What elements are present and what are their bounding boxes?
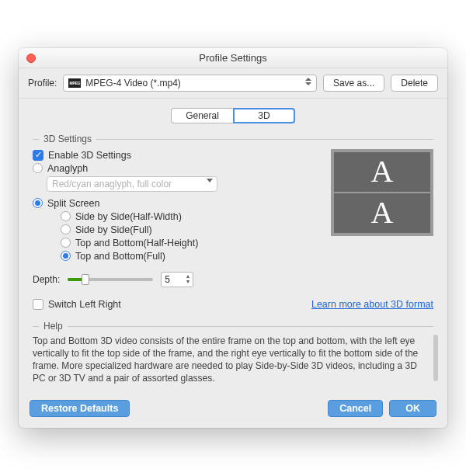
- split-screen-radio[interactable]: Split Screen: [33, 198, 317, 209]
- profile-value: MPEG-4 Video (*.mp4): [85, 78, 181, 89]
- mode-tab-full-label: Top and Bottom(Full): [75, 251, 165, 262]
- enable-3d-label: Enable 3D Settings: [48, 150, 131, 161]
- mpeg-file-icon: MPEG: [68, 78, 81, 88]
- chevron-down-icon: [207, 179, 213, 182]
- toolbar: Profile: MPEG MPEG-4 Video (*.mp4) Save …: [19, 68, 447, 99]
- close-icon[interactable]: [26, 54, 36, 63]
- radio-icon: [33, 198, 43, 208]
- anaglyph-mode-value: Red/cyan anaglyph, full color: [52, 179, 172, 189]
- window-controls: [26, 54, 65, 63]
- mode-sbs-half-radio[interactable]: Side by Side(Half-Width): [61, 211, 317, 222]
- switch-left-right-checkbox[interactable]: Switch Left Right: [33, 299, 121, 310]
- mode-tab-half-radio[interactable]: Top and Bottom(Half-Height): [61, 238, 317, 248]
- depth-label: Depth:: [33, 274, 60, 285]
- anaglyph-mode-select: Red/cyan anaglyph, full color: [47, 176, 217, 192]
- profile-select[interactable]: MPEG MPEG-4 Video (*.mp4): [63, 75, 317, 92]
- mode-sbs-full-label: Side by Side(Full): [75, 224, 152, 235]
- 3d-preview: A A: [331, 149, 433, 236]
- chevron-updown-icon: [305, 78, 311, 85]
- radio-icon: [61, 211, 71, 221]
- tab-general[interactable]: General: [171, 108, 233, 123]
- depth-stepper[interactable]: 5 ▲▼: [161, 272, 193, 287]
- scrollbar[interactable]: [433, 335, 438, 381]
- help-legend: Help: [39, 321, 68, 332]
- check-icon: [33, 150, 43, 161]
- footer: Restore Defaults Cancel OK: [19, 392, 447, 428]
- tab-bar: General 3D: [19, 99, 447, 128]
- anaglyph-label: Anaglyph: [47, 163, 88, 174]
- check-icon: [33, 299, 43, 310]
- radio-icon: [61, 251, 71, 261]
- preview-bottom: A: [334, 193, 430, 233]
- radio-icon: [33, 163, 43, 173]
- enable-3d-checkbox[interactable]: Enable 3D Settings: [33, 150, 317, 161]
- ok-button[interactable]: OK: [389, 400, 436, 417]
- help-group: Help Top and Bottom 3D video consists of…: [33, 326, 433, 385]
- tab-3d[interactable]: 3D: [233, 108, 295, 123]
- mode-sbs-full-radio[interactable]: Side by Side(Full): [61, 224, 317, 235]
- radio-icon: [61, 224, 71, 235]
- cancel-button[interactable]: Cancel: [328, 400, 383, 417]
- depth-slider[interactable]: [68, 278, 153, 281]
- 3d-settings-group: 3D Settings Enable 3D Settings Anaglyph …: [33, 139, 433, 312]
- radio-icon: [61, 238, 71, 248]
- preview-top: A: [334, 152, 430, 192]
- mode-tab-half-label: Top and Bottom(Half-Height): [75, 238, 198, 248]
- mode-tab-full-radio[interactable]: Top and Bottom(Full): [61, 251, 317, 262]
- delete-button[interactable]: Delete: [391, 75, 438, 92]
- mode-sbs-half-label: Side by Side(Half-Width): [75, 211, 182, 222]
- split-screen-label: Split Screen: [47, 198, 99, 209]
- save-as-button[interactable]: Save as...: [323, 75, 384, 92]
- titlebar: Profile Settings: [19, 48, 447, 68]
- 3d-settings-legend: 3D Settings: [39, 134, 96, 144]
- restore-defaults-button[interactable]: Restore Defaults: [30, 400, 130, 417]
- anaglyph-radio[interactable]: Anaglyph: [33, 163, 317, 174]
- stepper-arrows-icon: ▲▼: [185, 273, 190, 284]
- help-text: Top and Bottom 3D video consists of the …: [33, 335, 433, 385]
- learn-more-link[interactable]: Learn more about 3D format: [311, 299, 433, 310]
- profile-settings-window: Profile Settings Profile: MPEG MPEG-4 Vi…: [19, 48, 447, 429]
- switch-label: Switch Left Right: [48, 299, 121, 310]
- depth-value: 5: [165, 274, 170, 285]
- profile-label: Profile:: [28, 78, 57, 89]
- window-title: Profile Settings: [199, 52, 266, 64]
